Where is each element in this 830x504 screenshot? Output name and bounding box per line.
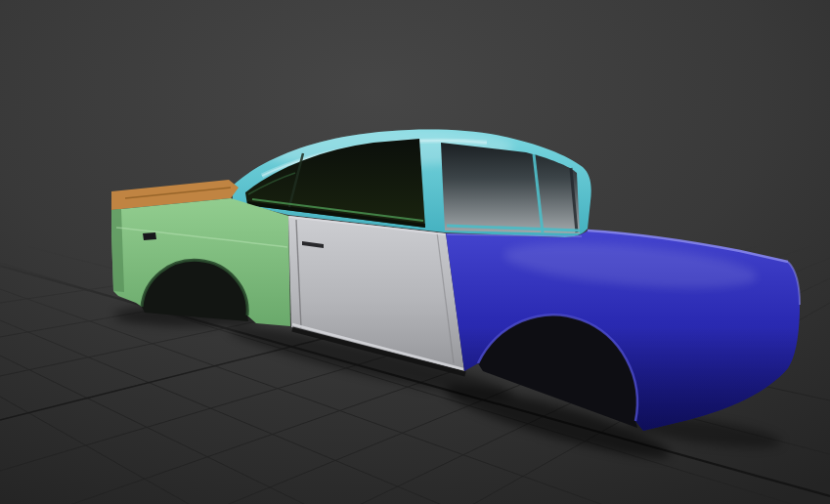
side-marker-light[interactable]: [143, 232, 156, 240]
viewport[interactable]: [0, 0, 830, 504]
viewport-canvas[interactable]: [0, 0, 830, 504]
